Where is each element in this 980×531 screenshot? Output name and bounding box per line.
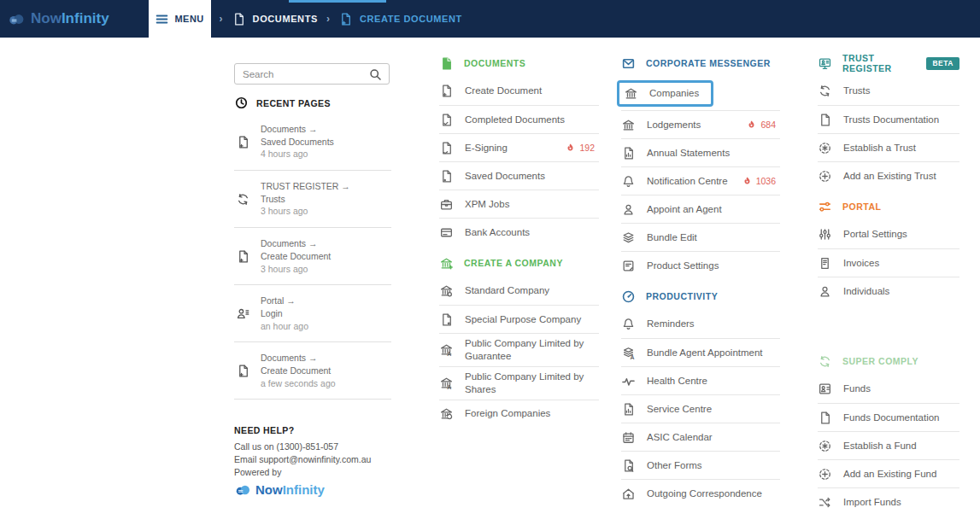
create-a-company-icon <box>439 256 454 271</box>
circle-plus-icon <box>818 467 832 481</box>
menu-item-invoices[interactable]: Invoices <box>818 248 959 277</box>
elephant-logo-icon <box>7 11 26 27</box>
menu-item-bank-accounts[interactable]: Bank Accounts <box>439 218 599 246</box>
section-header-super-comply: SUPER COMPLY <box>818 347 959 375</box>
menu-item-special-purpose-company[interactable]: Special Purpose Company <box>439 305 599 333</box>
section-documents: DOCUMENTSCreate DocumentCompleted Docume… <box>439 50 599 246</box>
person-list-icon <box>236 295 250 332</box>
menu-item-add-an-existing-fund[interactable]: Add an Existing Fund <box>818 459 959 487</box>
search-input[interactable] <box>235 64 389 84</box>
logo-text: NowInfinity <box>31 10 109 27</box>
menu-item-label: Import Funds <box>843 496 901 509</box>
menu-item-label: Funds Documentation <box>843 411 940 424</box>
recent-pg: Create Document <box>261 250 331 263</box>
menu-item-outgoing-correspondence[interactable]: Outgoing Correspondence <box>621 479 780 507</box>
menu-item-trusts[interactable]: Trusts <box>818 77 959 105</box>
menu-button[interactable]: MENU <box>149 0 211 38</box>
menu-item-portal-settings[interactable]: Portal Settings <box>818 220 959 248</box>
menu-item-saved-documents[interactable]: Saved Documents <box>439 161 599 190</box>
circle-asterisk-icon <box>818 141 832 155</box>
svg-text:A: A <box>630 354 634 360</box>
menu-item-label: Individuals <box>843 285 889 298</box>
menu-item-xpm-jobs[interactable]: XPM Jobs <box>439 190 599 218</box>
menu-item-label: XPM Jobs <box>465 198 509 211</box>
page: NowInfinity MENU › DOCUMENTS › CREATE DO… <box>0 0 980 531</box>
count-badge: 192 <box>565 143 599 154</box>
menu-item-import-funds[interactable]: Import Funds <box>818 487 959 516</box>
bell-icon <box>621 317 636 331</box>
menu-item-public-company-limited-by-shares[interactable]: APublic Company Limited by Shares <box>439 366 599 400</box>
person-icon <box>818 284 832 299</box>
recent-item-create-document[interactable]: Documents →Create Document3 hours ago <box>234 227 391 284</box>
menu-item-other-forms[interactable]: Other Forms <box>621 451 780 479</box>
recent-pg: Saved Documents <box>261 136 334 149</box>
recent-item-create-document[interactable]: Documents →Create Documenta few seconds … <box>234 341 391 399</box>
menu-item-bundle-edit[interactable]: Bundle Edit <box>621 223 780 251</box>
menu-item-product-settings[interactable]: Product Settings <box>621 251 780 279</box>
recent-item-login[interactable]: Portal →Loginan hour ago <box>234 284 391 341</box>
menu-item-reminders[interactable]: Reminders <box>621 310 780 338</box>
calendar-icon <box>621 430 636 445</box>
menu-item-label: Saved Documents <box>465 170 545 183</box>
bell-icon <box>621 174 636 189</box>
menu-item-individuals[interactable]: Individuals <box>818 277 959 305</box>
section-title: PORTAL <box>842 201 881 212</box>
search-box <box>234 63 390 85</box>
section-title: CREATE A COMPANY <box>464 258 563 268</box>
recent-item-saved-documents[interactable]: Documents →Saved Documents4 hours ago <box>234 114 391 170</box>
layers-icon <box>621 230 636 245</box>
powered-by-label: Powered by <box>234 467 391 477</box>
menu-item-public-company-limited-by-guarantee[interactable]: APublic Company Limited by Guarantee <box>439 333 599 366</box>
menu-item-foreign-companies[interactable]: Foreign Companies <box>439 400 599 428</box>
menu-item-label: Bundle Edit <box>647 231 697 244</box>
menu-item-create-document[interactable]: Create Document <box>439 77 599 105</box>
super-comply-icon <box>818 354 832 369</box>
doc-dot-icon <box>439 169 454 184</box>
menu-item-health-centre[interactable]: Health Centre <box>621 366 780 394</box>
menu-item-e-signing[interactable]: E-Signing192 <box>439 133 599 161</box>
menu-item-label: Health Centre <box>647 375 707 388</box>
menu-item-funds[interactable]: Funds <box>818 375 959 403</box>
section-corporate-messenger: CORPORATE MESSENGERCompaniesLodgements68… <box>621 50 780 279</box>
menu-item-add-an-existing-trust[interactable]: Add an Existing Trust <box>818 161 959 190</box>
menu-item-asic-calendar[interactable]: ASIC Calendar <box>621 423 780 451</box>
menu-item-standard-company[interactable]: Standard Company <box>439 277 599 305</box>
menu-item-completed-documents[interactable]: Completed Documents <box>439 105 599 133</box>
section-header-productivity: PRODUCTIVITY <box>621 283 780 310</box>
layers-a-icon: A <box>621 346 636 360</box>
trust-register-icon <box>818 56 832 71</box>
recent-item-text: Portal →Loginan hour ago <box>261 295 308 332</box>
recent-item-text: TRUST REGISTER →Trusts3 hours ago <box>261 180 350 218</box>
menu-item-notification-centre[interactable]: Notification Centre1036 <box>621 166 780 195</box>
menu-item-companies[interactable]: Companies <box>621 77 780 110</box>
menu-item-label: Special Purpose Company <box>465 313 581 326</box>
elephant-logo-icon <box>234 482 251 498</box>
bank-icon <box>624 86 638 101</box>
menu-item-appoint-an-agent[interactable]: Appoint an Agent <box>621 195 780 223</box>
menu-item-service-centre[interactable]: Service Centre <box>621 394 780 423</box>
cycle-icon <box>236 181 250 218</box>
breadcrumb-create-document[interactable]: CREATE DOCUMENT <box>338 12 462 26</box>
menu-item-label: Public Company Limited by Guarantee <box>465 337 599 363</box>
recent-item-trusts[interactable]: TRUST REGISTER →Trusts3 hours ago <box>234 170 391 227</box>
card-icon <box>439 225 454 240</box>
menu-item-lodgements[interactable]: Lodgements684 <box>621 110 780 138</box>
menu-item-annual-statements[interactable]: Annual Statements <box>621 138 780 166</box>
menu-item-trusts-documentation[interactable]: Trusts Documentation <box>818 105 959 133</box>
circle-plus-icon <box>818 169 832 184</box>
recent-item-text: Documents →Saved Documents4 hours ago <box>261 123 334 160</box>
section-portal: PORTALPortal SettingsInvoicesIndividuals <box>818 193 959 305</box>
breadcrumb-documents[interactable]: DOCUMENTS <box>232 12 318 26</box>
active-breadcrumb-indicator <box>289 0 386 3</box>
recent-cat: Documents → <box>261 123 334 136</box>
badge-count: 1036 <box>756 176 776 186</box>
beta-badge: BETA <box>926 57 959 70</box>
search-icon <box>368 67 383 82</box>
menu-item-establish-a-fund[interactable]: Establish a Fund <box>818 431 959 459</box>
menu-item-establish-a-trust[interactable]: Establish a Trust <box>818 133 959 161</box>
menu-item-bundle-agent-appointment[interactable]: ABundle Agent Appointment <box>621 338 780 366</box>
menu-item-funds-documentation[interactable]: Funds Documentation <box>818 403 959 431</box>
doc-chart-icon <box>621 402 636 417</box>
section-header-create-a-company: CREATE A COMPANY <box>439 249 599 277</box>
menu-item-label: Annual Statements <box>647 147 730 160</box>
